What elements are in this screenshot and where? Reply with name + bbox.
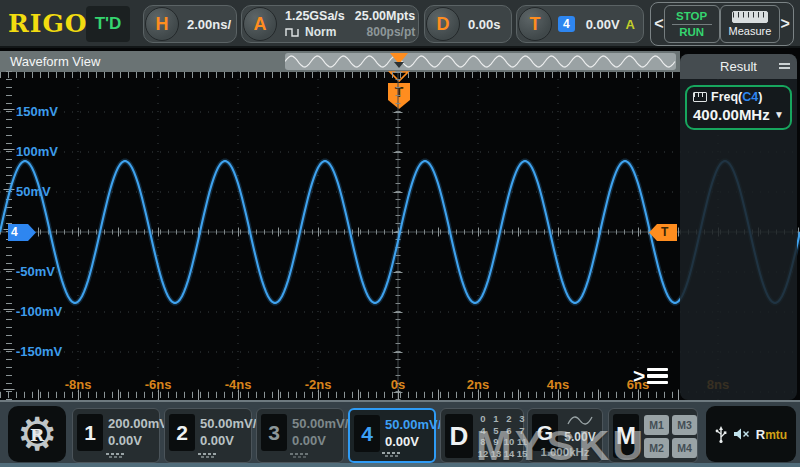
oscilloscope-screen: RIGOL T'D H 2.00ns/ A 1.25GSa/s Norm: [0, 0, 800, 467]
channel4-card-selected[interactable]: 4 50.00mV/ 0.00V: [348, 408, 436, 463]
voltage-label: 50mV: [16, 184, 51, 199]
memory-depth: 25.00Mpts: [355, 8, 415, 24]
time-label: 4ns: [547, 377, 569, 392]
result-panel-header: Result: [680, 54, 797, 79]
channel3-badge: 3: [261, 414, 287, 451]
time-label: -8ns: [65, 377, 92, 392]
run-label: RUN: [679, 26, 704, 39]
measurement-name: Freq(C4): [711, 90, 762, 104]
time-label: -6ns: [145, 377, 172, 392]
channel2-scale: 50.00mV/: [200, 415, 256, 432]
freq-measurement-card[interactable]: Freq(C4) 400.00MHz ▼: [685, 85, 792, 130]
time-label: -2ns: [305, 377, 332, 392]
channel1-card[interactable]: 1 200.00mV/ 0.00V: [72, 408, 160, 463]
math3-button[interactable]: M3: [672, 415, 697, 435]
speaker-muted-icon: [733, 427, 750, 441]
sample-rate: 1.25GSa/s: [285, 8, 345, 24]
time-label: 2ns: [467, 377, 489, 392]
measurement-source: C4: [742, 90, 758, 104]
graticule-menu-expand-button[interactable]: >: [633, 364, 668, 388]
acquire-mode: Norm: [305, 24, 336, 40]
channel4-offset-marker[interactable]: 4: [8, 224, 36, 245]
result-menu-icon[interactable]: [779, 63, 790, 69]
stop-label: STOP: [676, 10, 707, 23]
trigger-key-icon[interactable]: T: [518, 7, 552, 41]
stop-run-button[interactable]: STOP RUN: [664, 5, 720, 43]
channel2-card[interactable]: 2 50.00mV/ 0.00V: [164, 408, 252, 463]
bottom-channel-bar: ⚙R 1 200.00mV/ 0.00V 2 50.00mV/ 0.00V 3 …: [0, 400, 800, 467]
remote-indicator: Rmtu: [756, 427, 787, 442]
channel2-offset: 0.00V: [200, 432, 256, 449]
chevron-down-icon[interactable]: ▼: [774, 109, 784, 120]
toolbar-nav-group: < STOP RUN Measure >: [650, 2, 794, 46]
toolbar-prev-arrow[interactable]: <: [654, 15, 664, 33]
channel4-offset: 0.00V: [385, 433, 441, 450]
time-label: -4ns: [225, 377, 252, 392]
ground-coupling-icon: [106, 452, 126, 459]
channel1-badge: 1: [77, 414, 103, 451]
math1-button[interactable]: M1: [644, 415, 669, 435]
measurement-ruler-icon: [693, 92, 707, 102]
trigger-settings-button[interactable]: T 4 0.00V A: [516, 5, 644, 43]
measurement-value: 400.00MHz: [693, 106, 770, 123]
trigger-sweep-mode: A: [624, 17, 643, 32]
chevron-right-icon: >: [633, 364, 645, 388]
trigger-status-indicator: T'D: [86, 6, 130, 42]
trigger-source-badge: 4: [558, 16, 575, 32]
square-wave-icon: [285, 27, 301, 38]
digital-badge: D: [445, 414, 473, 458]
delay-settings-button[interactable]: D 0.00s: [424, 5, 512, 43]
math2-button[interactable]: M2: [644, 438, 669, 458]
acquisition-settings-button[interactable]: A 1.25GSa/s Norm 25.00Mpts 800ps/pt: [241, 5, 419, 43]
trigger-position-chevron-icon: [394, 62, 404, 68]
result-title: Result: [720, 59, 757, 74]
horizontal-position-slider[interactable]: [285, 53, 676, 70]
rigol-gear-logo[interactable]: ⚙R: [8, 406, 66, 462]
voltage-label: -50mV: [16, 264, 55, 279]
channel1-scale: 200.00mV/: [108, 415, 172, 432]
menu-lines-icon: [647, 368, 668, 385]
result-panel: Result Freq(C4) 400.00MHz ▼: [680, 54, 797, 400]
channel3-offset: 0.00V: [292, 432, 348, 449]
channel1-offset: 0.00V: [108, 432, 172, 449]
bottom-edge-strip: [0, 463, 800, 467]
watermark: MYSKU: [476, 421, 646, 467]
stop-run-divider: [672, 24, 712, 25]
system-status-box[interactable]: Rmtu: [706, 406, 796, 462]
measure-button[interactable]: Measure: [720, 5, 781, 43]
measure-label: Measure: [729, 25, 772, 37]
ground-coupling-icon: [198, 452, 218, 459]
voltage-label: -150mV: [16, 344, 62, 359]
usb-icon: [715, 426, 727, 443]
delay-value: 0.00s: [460, 17, 509, 32]
channel3-scale: 50.00mV/: [292, 415, 348, 432]
acquire-key-icon[interactable]: A: [243, 7, 277, 41]
delay-key-icon[interactable]: D: [426, 7, 460, 41]
math4-button[interactable]: M4: [672, 438, 697, 458]
trigger-level-marker[interactable]: T: [649, 224, 677, 245]
ground-coupling-icon: [290, 452, 310, 459]
slider-wave-preview: [285, 56, 675, 67]
time-label: 0s: [391, 377, 405, 392]
timebase-value: 2.00ns/: [179, 17, 239, 32]
toolbar-next-arrow[interactable]: >: [780, 15, 790, 33]
channel4-scale: 50.00mV/: [385, 416, 441, 433]
sample-resolution: 800ps/pt: [355, 24, 415, 40]
horizontal-key-icon[interactable]: H: [145, 7, 179, 41]
measure-ruler-icon: [732, 11, 768, 23]
channel3-card[interactable]: 3 50.00mV/ 0.00V: [256, 408, 344, 463]
channel4-badge: 4: [354, 415, 380, 452]
channel2-badge: 2: [169, 414, 195, 451]
trigger-level-value: 0.00V: [582, 17, 624, 32]
horizontal-settings-button[interactable]: H 2.00ns/: [143, 5, 237, 43]
voltage-label: 150mV: [16, 104, 58, 119]
gear-icon: ⚙R: [16, 411, 57, 457]
rising-edge-icon: [579, 16, 580, 32]
voltage-label: -100mV: [16, 304, 62, 319]
top-status-bar: RIGOL T'D H 2.00ns/ A 1.25GSa/s Norm: [0, 0, 800, 48]
ground-coupling-icon: [382, 451, 402, 458]
voltage-label: 100mV: [16, 144, 58, 159]
